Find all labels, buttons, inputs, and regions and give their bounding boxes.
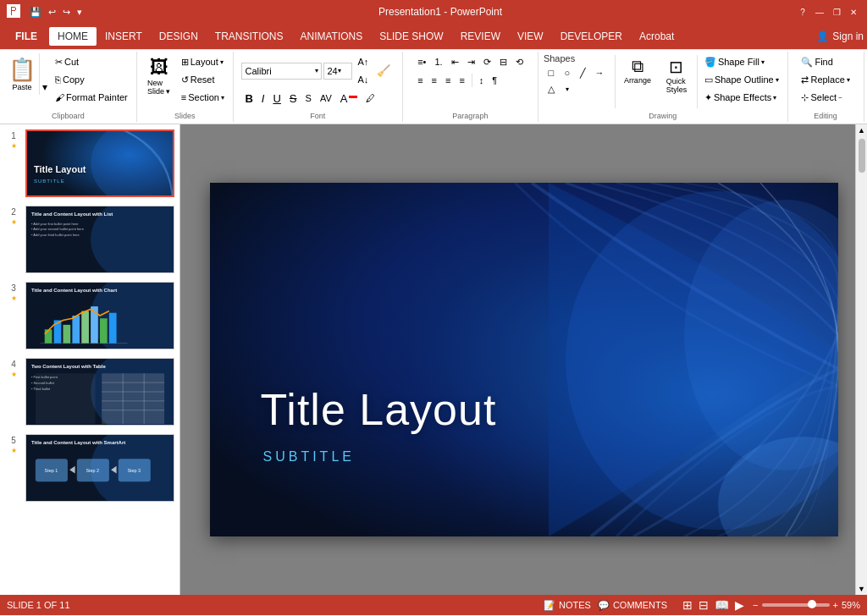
smartart-button[interactable]: ⟳ [480, 53, 494, 70]
char-spacing-button[interactable]: AV [317, 90, 335, 107]
zoom-control[interactable]: − + 59% [753, 600, 860, 610]
save-btn[interactable]: 💾 [27, 7, 44, 18]
notes-button[interactable]: 📝 NOTES [544, 600, 591, 611]
tab-slideshow[interactable]: SLIDE SHOW [371, 27, 451, 46]
copy-button[interactable]: ⎘ Copy [52, 71, 131, 88]
help-btn[interactable]: ? [796, 5, 809, 19]
tab-home[interactable]: HOME [49, 27, 97, 46]
bullets-button[interactable]: ≡• [414, 53, 429, 70]
scroll-thumb[interactable] [859, 139, 865, 173]
redo-btn[interactable]: ↪ [60, 7, 73, 18]
italic-button[interactable]: I [258, 90, 268, 107]
tab-design[interactable]: DESIGN [151, 27, 207, 46]
minimize-btn[interactable]: — [813, 5, 826, 19]
customize-qa-btn[interactable]: ▾ [75, 7, 85, 18]
zoom-out-icon[interactable]: − [753, 600, 758, 610]
triangle-shape[interactable]: △ [544, 81, 559, 96]
paste-area: 📋 Paste ▾ [5, 53, 50, 95]
font-size-selector[interactable]: 24 ▾ [323, 63, 352, 80]
arrange-button[interactable]: ⧉ Arrange [619, 53, 656, 88]
slide-panel[interactable]: 1 ★ [0, 124, 180, 595]
slide-canvas[interactable]: Title Layout SUBTITLE [210, 183, 838, 536]
select-button[interactable]: ⊹ Select ~ [798, 89, 853, 106]
columns-button[interactable]: ⊟ [496, 53, 511, 70]
reset-button[interactable]: ↺ Reset [178, 71, 228, 88]
align-center-button[interactable]: ≡ [428, 72, 440, 89]
main-slide-subtitle[interactable]: SUBTITLE [263, 449, 355, 465]
comments-button[interactable]: 💬 COMMENTS [598, 600, 667, 611]
shape-fill-button[interactable]: 🪣 Shape Fill ▾ [701, 53, 782, 70]
increase-indent-button[interactable]: ⇥ [464, 53, 478, 70]
zoom-slider[interactable] [762, 603, 830, 607]
tab-insert[interactable]: INSERT [97, 27, 151, 46]
slide-thumb-5[interactable]: 5 ★ Step 1 Step 2 [3, 432, 176, 503]
restore-btn[interactable]: ❐ [830, 5, 843, 19]
slide-thumb-3[interactable]: 3 ★ [3, 280, 176, 351]
arrow-shape[interactable]: → [592, 65, 607, 80]
strikethrough-button[interactable]: S [286, 90, 301, 107]
slide-content-5: Step 1 Step 2 Step 3 Title and Content L… [26, 435, 174, 501]
line-shape[interactable]: ╱ [576, 65, 591, 80]
increase-font-button[interactable]: A↑ [354, 53, 372, 70]
slide-image-5[interactable]: Step 1 Step 2 Step 3 Title and Content L… [25, 434, 174, 502]
tab-animations[interactable]: ANIMATIONS [291, 27, 371, 46]
slide-thumb-1[interactable]: 1 ★ [3, 128, 176, 199]
text-direction-button[interactable]: ⟲ [512, 53, 527, 70]
slide-image-2[interactable]: Title and Content Layout with List • Add… [25, 206, 174, 273]
line-spacing-button[interactable]: ↕ [476, 72, 488, 89]
justify-button[interactable]: ≡ [456, 72, 467, 89]
tab-transitions[interactable]: TRANSITIONS [207, 27, 292, 46]
undo-btn[interactable]: ↩ [46, 7, 58, 18]
format-painter-button[interactable]: 🖌 Format Painter [52, 89, 131, 106]
slide-thumb-2[interactable]: 2 ★ Title and Content Layout with List •… [3, 204, 176, 275]
quick-styles-button[interactable]: ⊡ QuickStyles [660, 53, 693, 97]
zoom-in-icon[interactable]: + [833, 600, 838, 610]
align-left-button[interactable]: ≡ [414, 72, 426, 89]
slide-image-1[interactable]: Title Layout SUBTITLE [25, 129, 174, 197]
cut-button[interactable]: ✂ Cut [52, 53, 131, 70]
slide-sorter-button[interactable]: ⊟ [697, 598, 710, 612]
section-button[interactable]: ≡ Section ▾ [178, 89, 228, 106]
normal-view-button[interactable]: ⊞ [681, 598, 694, 612]
rectangle-shape[interactable]: □ [544, 65, 559, 80]
paragraph-spacing-button[interactable]: ¶ [489, 72, 500, 89]
tab-review[interactable]: REVIEW [452, 27, 509, 46]
decrease-font-button[interactable]: A↓ [354, 71, 372, 88]
close-btn[interactable]: ✕ [847, 5, 860, 19]
new-slide-button[interactable]: 🖼 NewSlide ▾ [142, 53, 176, 99]
tab-acrobat[interactable]: Acrobat [631, 27, 682, 46]
font-color-button[interactable]: A [337, 90, 362, 107]
replace-button[interactable]: ⇄ Replace ▾ [798, 71, 853, 88]
reading-view-button[interactable]: 📖 [713, 598, 731, 612]
oval-shape[interactable]: ○ [560, 65, 575, 80]
align-right-button[interactable]: ≡ [442, 72, 454, 89]
tab-developer[interactable]: DEVELOPER [552, 27, 631, 46]
scroll-up-button[interactable]: ▲ [858, 126, 865, 135]
slideshow-view-button[interactable]: ▶ [733, 598, 746, 612]
paste-dropdown[interactable]: ▾ [39, 53, 50, 95]
bold-button[interactable]: B [241, 90, 256, 107]
clear-format-button[interactable]: 🧹 [373, 63, 394, 80]
font-family-selector[interactable]: Calibri ▾ [241, 63, 322, 80]
slide-thumb-4[interactable]: 4 ★ [3, 356, 176, 427]
vertical-scrollbar[interactable]: ▲ ▼ [855, 124, 867, 595]
sign-in-label[interactable]: Sign in [832, 30, 864, 42]
decrease-indent-button[interactable]: ⇤ [448, 53, 462, 70]
slide-image-4[interactable]: Two Content Layout with Table • First bu… [25, 358, 174, 426]
tab-view[interactable]: VIEW [509, 27, 552, 46]
scroll-down-button[interactable]: ▼ [858, 585, 865, 593]
font-highlight-button[interactable]: 🖊 [362, 90, 378, 107]
shape-outline-button[interactable]: ▭ Shape Outline ▾ [701, 71, 782, 88]
underline-button[interactable]: U [269, 90, 284, 107]
paste-button[interactable]: 📋 Paste [5, 53, 39, 95]
more-shapes[interactable]: ▾ [560, 81, 575, 96]
shape-effects-button[interactable]: ✦ Shape Effects ▾ [701, 89, 782, 106]
tab-file[interactable]: FILE [3, 27, 49, 46]
layout-button[interactable]: ⊞ Layout ▾ [178, 53, 228, 70]
shadow-button[interactable]: S [302, 90, 315, 107]
numbering-button[interactable]: 1. [431, 53, 445, 70]
slide-image-3[interactable]: Title and Content Layout with Chart [25, 282, 174, 349]
svg-rect-8 [64, 325, 71, 344]
main-slide-title[interactable]: Title Layout [261, 384, 497, 435]
find-button[interactable]: 🔍 Find [798, 53, 853, 70]
